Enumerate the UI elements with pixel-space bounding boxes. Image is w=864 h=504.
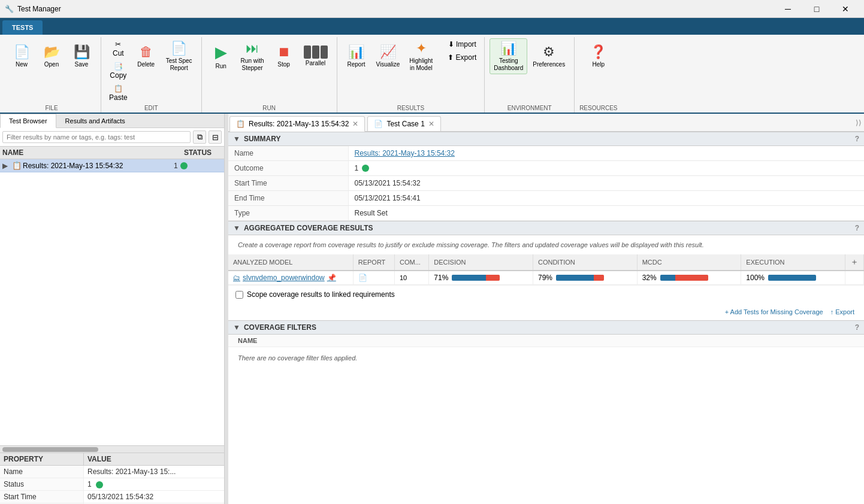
results-content-tab[interactable]: 📋 Results: 2021-May-13 15:54:32 ✕ — [229, 116, 365, 132]
filters-expand-icon: ▼ — [233, 323, 240, 332]
summary-section-header[interactable]: ▼ SUMMARY ? — [228, 132, 864, 146]
scope-checkbox[interactable] — [235, 291, 243, 299]
panel-tabs: Test Browser Results and Artifacts — [0, 114, 224, 128]
summary-val-outcome: 1 — [348, 161, 864, 176]
ribbon-group-file: 📄 New 📂 Open 💾 Save FILE — [2, 37, 101, 113]
run-with-stepper-button[interactable]: ⏭ Run withStepper — [237, 38, 268, 74]
status-value: 1 — [87, 480, 92, 488]
props-key-starttime: Start Time — [0, 491, 84, 503]
filters-title: COVERAGE FILTERS — [244, 323, 316, 332]
summary-key-starttime: Start Time — [228, 176, 348, 191]
summary-title: SUMMARY — [244, 135, 281, 143]
value-col-header: VALUE — [84, 453, 224, 465]
copy-filter-icon[interactable]: ⧉ — [193, 130, 206, 144]
coverage-model-cell: 🗂 slvnvdemo_powerwindow 📌 — [228, 271, 353, 285]
ribbon-group-items-resources: ❓ Help — [584, 38, 613, 105]
tree-header: NAME STATUS — [0, 147, 224, 159]
preferences-button[interactable]: ⚙ Preferences — [528, 38, 569, 74]
cut-icon: ✂ — [115, 40, 121, 48]
minimize-button[interactable]: ─ — [774, 0, 802, 18]
collapse-right-icon[interactable]: ⟩⟩ — [853, 116, 864, 129]
testcase-tab-close[interactable]: ✕ — [428, 120, 434, 128]
testing-dashboard-button[interactable]: 📊 TestingDashboard — [490, 38, 527, 74]
add-column-icon[interactable]: ＋ — [850, 257, 859, 266]
tests-tab[interactable]: TESTS — [2, 20, 43, 35]
props-row-status: Status 1 — [0, 478, 224, 491]
title-bar-left: 🔧 Test Manager — [5, 5, 61, 13]
filters-help-icon[interactable]: ? — [855, 323, 859, 332]
model-icon: 🗂 — [233, 274, 240, 282]
ribbon-group-items-run: ▶ Run ⏭ Run withStepper ⏹ Stop Parallel — [207, 38, 332, 105]
summary-help-icon[interactable]: ? — [855, 135, 859, 143]
test-spec-report-button[interactable]: 📄 Test SpecReport — [162, 38, 197, 74]
coverage-help-icon[interactable]: ? — [855, 224, 859, 232]
delete-button[interactable]: 🗑 Delete — [132, 38, 161, 74]
cut-button[interactable]: ✂ Cut — [106, 38, 131, 59]
coverage-title: AGGREGATED COVERAGE RESULTS — [244, 224, 373, 232]
tree-row[interactable]: ▶ 📋 Results: 2021-May-13 15:54:32 1 — [0, 159, 224, 172]
testcase-content-tab[interactable]: 📄 Test Case 1 ✕ — [367, 116, 440, 131]
model-link[interactable]: 🗂 slvnvdemo_powerwindow 📌 — [233, 274, 348, 282]
results-artifacts-tab[interactable]: Results and Artifacts — [56, 114, 134, 127]
mcdc-bar: 32% — [642, 274, 736, 282]
close-button[interactable]: ✕ — [832, 0, 859, 18]
save-icon: 💾 — [74, 44, 90, 60]
summary-val-starttime: 05/13/2021 15:54:32 — [348, 176, 864, 191]
report-doc-icon[interactable]: 📄 — [358, 274, 367, 282]
test-spec-report-icon: 📄 — [171, 41, 187, 56]
outcome-number: 1 — [355, 164, 359, 172]
add-tests-link[interactable]: + Add Tests for Missing Coverage — [725, 308, 823, 315]
run-button[interactable]: ▶ Run — [207, 38, 235, 74]
report-button[interactable]: 📊 Report — [342, 38, 371, 74]
paste-button[interactable]: 📋 Paste — [106, 83, 131, 104]
testcase-tab-icon: 📄 — [374, 120, 383, 128]
tree-item-icon: 📋 — [12, 161, 23, 170]
content-area: ▼ SUMMARY ? Name Results: 2021-May-13 15… — [228, 132, 864, 504]
test-browser-tab[interactable]: Test Browser — [0, 114, 56, 128]
tree-expand-icon: ▶ — [2, 162, 12, 170]
coverage-section-header[interactable]: ▼ AGGREGATED COVERAGE RESULTS ? — [228, 221, 864, 235]
stop-button[interactable]: ⏹ Stop — [270, 38, 298, 74]
model-name[interactable]: slvnvdemo_powerwindow — [243, 274, 325, 282]
report-icon: 📊 — [348, 44, 364, 60]
parallel-button[interactable]: Parallel — [300, 38, 332, 74]
condition-fill-blue — [556, 275, 594, 281]
summary-name-link[interactable]: Results: 2021-May-13 15:54:32 — [355, 149, 455, 157]
export-button[interactable]: ⬆ Export — [445, 51, 479, 63]
filter-input[interactable] — [2, 131, 191, 143]
summary-key-outcome: Outcome — [228, 161, 348, 176]
condition-pct: 79% — [538, 274, 552, 282]
summary-row-name: Name Results: 2021-May-13 15:54:32 — [228, 146, 864, 161]
save-button[interactable]: 💾 Save — [67, 38, 96, 74]
coverage-execution-cell: 100% — [741, 271, 845, 285]
filter-empty-message: There are no coverage filter files appli… — [228, 347, 864, 369]
col-condition: CONDITION — [533, 254, 637, 271]
export-coverage-link[interactable]: ↑ Export — [830, 308, 854, 315]
horizontal-scrollbar[interactable] — [0, 445, 224, 453]
filters-section-header[interactable]: ▼ COVERAGE FILTERS ? — [228, 320, 864, 335]
run-group-label: RUN — [207, 105, 332, 113]
help-button[interactable]: ❓ Help — [584, 38, 613, 74]
maximize-button[interactable]: □ — [803, 0, 830, 18]
export-icon: ⬆ Export — [448, 53, 476, 62]
highlight-in-model-button[interactable]: ✦ Highlightin Model — [405, 38, 437, 74]
filter-icon[interactable]: ⊟ — [209, 130, 222, 144]
new-icon: 📄 — [14, 44, 30, 60]
coverage-expand-icon: ▼ — [233, 224, 240, 232]
edit-group-label: EDIT — [106, 105, 197, 113]
scope-label: Scope coverage results to linked require… — [247, 290, 395, 299]
import-button[interactable]: ⬇ Import — [445, 38, 479, 50]
coverage-decision-cell: 71% — [429, 271, 533, 285]
visualize-button[interactable]: 📈 Visualize — [372, 38, 404, 74]
copy-button[interactable]: 📑 Copy — [106, 60, 131, 81]
execution-fill-blue — [768, 275, 816, 281]
visualize-icon: 📈 — [380, 44, 396, 60]
col-mcdc: MCDC — [637, 254, 741, 271]
summary-key-endtime: End Time — [228, 191, 348, 206]
filter-bar: ⧉ ⊟ — [0, 128, 224, 147]
delete-icon: 🗑 — [140, 44, 153, 60]
results-tab-close[interactable]: ✕ — [352, 120, 358, 128]
open-button[interactable]: 📂 Open — [37, 38, 66, 74]
results-group-label: RESULTS — [342, 105, 480, 113]
new-button[interactable]: 📄 New — [7, 38, 36, 74]
